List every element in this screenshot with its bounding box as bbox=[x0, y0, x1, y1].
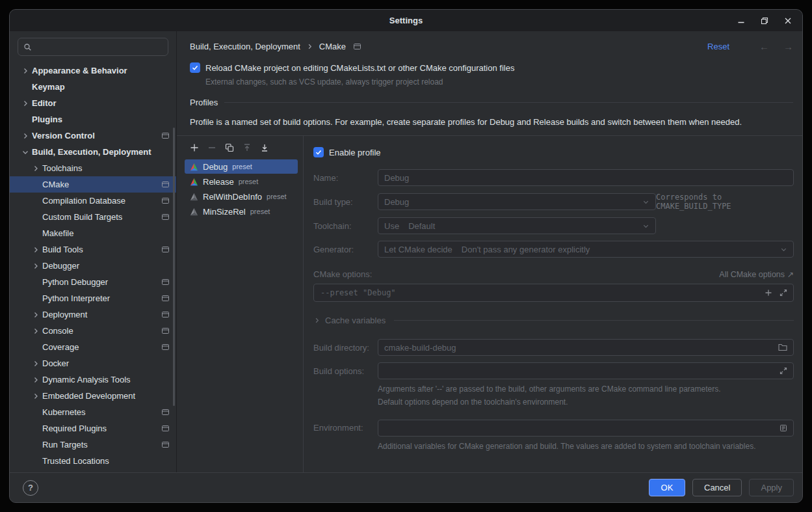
expand-editor-icon[interactable] bbox=[779, 289, 787, 297]
chevron-right-icon[interactable] bbox=[32, 262, 42, 270]
cancel-button[interactable]: Cancel bbox=[692, 479, 742, 496]
sidebar-item-makefile[interactable]: Makefile bbox=[10, 225, 176, 241]
chevron-right-icon[interactable] bbox=[32, 165, 42, 172]
sidebar-item-label: Appearance & Behavior bbox=[32, 66, 127, 75]
build-directory-value: cmake-build-debug bbox=[384, 343, 456, 353]
chevron-down-icon[interactable] bbox=[21, 148, 32, 156]
reload-cmake-checkbox[interactable] bbox=[190, 62, 200, 73]
profile-preset-suffix: preset bbox=[239, 178, 259, 185]
minimize-button[interactable] bbox=[737, 17, 745, 25]
build-options-field[interactable] bbox=[378, 362, 794, 379]
profile-preset-suffix: preset bbox=[267, 193, 287, 200]
chevron-right-icon[interactable] bbox=[21, 67, 32, 75]
name-field[interactable]: Debug bbox=[378, 169, 794, 186]
sidebar-item-console[interactable]: Console bbox=[10, 323, 176, 339]
generator-value: Don't pass any generator explicitly bbox=[462, 245, 590, 254]
sidebar-item-dynamic-analysis-tools[interactable]: Dynamic Analysis Tools bbox=[10, 371, 176, 388]
settings-window: Settings Appearance & BehaviorKeymapEdit… bbox=[9, 9, 803, 503]
cmake-profile-icon bbox=[190, 208, 198, 216]
chevron-right-icon[interactable] bbox=[32, 376, 42, 384]
chevron-right-icon[interactable] bbox=[21, 132, 32, 140]
name-value: Debug bbox=[384, 173, 409, 183]
breadcrumb-cmake[interactable]: CMake bbox=[319, 42, 346, 51]
add-option-icon[interactable] bbox=[765, 289, 772, 297]
build-type-label: Build type: bbox=[313, 197, 378, 207]
sidebar-item-label: Embedded Development bbox=[42, 391, 135, 401]
remove-profile-icon[interactable] bbox=[207, 143, 216, 152]
apply-button[interactable]: Apply bbox=[749, 479, 794, 496]
help-button[interactable]: ? bbox=[23, 480, 38, 496]
breadcrumb-build-execution-deployment[interactable]: Build, Execution, Deployment bbox=[190, 42, 300, 51]
generator-select[interactable]: Let CMake decide Don't pass any generato… bbox=[378, 241, 794, 258]
close-button[interactable] bbox=[784, 17, 792, 25]
window-title: Settings bbox=[389, 16, 423, 25]
settings-search-input[interactable] bbox=[18, 38, 168, 56]
all-cmake-options-link[interactable]: All CMake options ↗ bbox=[719, 269, 794, 279]
sidebar-item-label: Run Targets bbox=[42, 440, 88, 450]
reset-link[interactable]: Reset bbox=[707, 42, 729, 51]
profile-item-minsizerel[interactable]: MinSizeRelpreset bbox=[185, 204, 298, 219]
sidebar-item-trusted-locations[interactable]: Trusted Locations bbox=[10, 453, 176, 469]
sidebar-item-docker[interactable]: Docker bbox=[10, 355, 176, 371]
expand-editor-icon[interactable] bbox=[779, 367, 787, 375]
back-icon[interactable]: ← bbox=[759, 41, 769, 52]
ok-button[interactable]: OK bbox=[649, 479, 685, 496]
chevron-right-icon bbox=[313, 317, 321, 324]
project-settings-icon bbox=[161, 213, 170, 221]
build-directory-field[interactable]: cmake-build-debug bbox=[378, 339, 794, 356]
sidebar-item-appearance-behavior[interactable]: Appearance & Behavior bbox=[10, 62, 176, 79]
sidebar-item-required-plugins[interactable]: Required Plugins bbox=[10, 420, 176, 437]
cache-variables-toggle[interactable]: Cache variables bbox=[313, 316, 794, 325]
toolchain-prefix: Use bbox=[384, 221, 399, 231]
build-type-value: Debug bbox=[384, 197, 409, 207]
sidebar-item-label: Keymap bbox=[32, 82, 65, 92]
enable-profile-checkbox[interactable] bbox=[313, 147, 324, 157]
divider bbox=[224, 102, 793, 103]
chevron-right-icon[interactable] bbox=[32, 311, 42, 319]
move-up-icon[interactable] bbox=[242, 143, 252, 152]
copy-profile-icon[interactable] bbox=[225, 143, 234, 152]
environment-help: Additional variables for CMake generatio… bbox=[378, 440, 768, 453]
sidebar-item-custom-build-targets[interactable]: Custom Build Targets bbox=[10, 209, 176, 225]
forward-icon[interactable]: → bbox=[783, 41, 793, 52]
chevron-right-icon[interactable] bbox=[32, 392, 42, 400]
cmake-options-input[interactable]: --preset "Debug" bbox=[313, 284, 794, 302]
sidebar-item-compilation-database[interactable]: Compilation Database bbox=[10, 193, 176, 209]
sidebar-item-plugins[interactable]: Plugins bbox=[10, 111, 176, 128]
add-profile-icon[interactable] bbox=[190, 143, 199, 152]
environment-variables-icon[interactable] bbox=[779, 424, 787, 432]
sidebar-item-cmake[interactable]: CMake bbox=[10, 176, 176, 193]
sidebar-item-keymap[interactable]: Keymap bbox=[10, 79, 176, 95]
sidebar-item-run-targets[interactable]: Run Targets bbox=[10, 437, 176, 453]
profile-item-release[interactable]: Releasepreset bbox=[185, 174, 298, 189]
sidebar-item-label: Version Control bbox=[32, 131, 95, 141]
chevron-right-icon[interactable] bbox=[21, 100, 32, 107]
sidebar-item-debugger[interactable]: Debugger bbox=[10, 258, 176, 274]
move-down-icon[interactable] bbox=[260, 143, 269, 152]
chevron-right-icon[interactable] bbox=[32, 327, 42, 335]
chevron-right-icon[interactable] bbox=[32, 246, 42, 254]
project-settings-icon bbox=[161, 131, 170, 140]
folder-icon[interactable] bbox=[778, 344, 787, 351]
sidebar-item-embedded-development[interactable]: Embedded Development bbox=[10, 388, 176, 404]
sidebar-item-toolchains[interactable]: Toolchains bbox=[10, 160, 176, 176]
build-type-select[interactable]: Debug bbox=[378, 193, 656, 210]
sidebar-item-python-debugger[interactable]: Python Debugger bbox=[10, 274, 176, 290]
environment-field[interactable] bbox=[378, 420, 794, 437]
sidebar-item-build-execution-deployment[interactable]: Build, Execution, Deployment bbox=[10, 144, 176, 160]
sidebar-item-coverage[interactable]: Coverage bbox=[10, 339, 176, 355]
profile-item-relwithdebinfo[interactable]: RelWithDebInfopreset bbox=[185, 189, 298, 204]
profile-item-debug[interactable]: Debugpreset bbox=[185, 159, 298, 174]
toolchain-select[interactable]: Use Default bbox=[378, 217, 656, 234]
sidebar-scrollbar[interactable] bbox=[173, 128, 175, 406]
sidebar-item-kubernetes[interactable]: Kubernetes bbox=[10, 404, 176, 420]
maximize-button[interactable] bbox=[761, 17, 768, 25]
profile-list-toolbar bbox=[177, 141, 303, 155]
sidebar-item-version-control[interactable]: Version Control bbox=[10, 128, 176, 144]
sidebar-item-deployment[interactable]: Deployment bbox=[10, 306, 176, 323]
chevron-right-icon[interactable] bbox=[32, 360, 42, 368]
sidebar-item-editor[interactable]: Editor bbox=[10, 95, 176, 111]
sidebar-item-python-interpreter[interactable]: Python Interpreter bbox=[10, 290, 176, 306]
sidebar-item-label: Trusted Locations bbox=[42, 456, 109, 466]
sidebar-item-build-tools[interactable]: Build Tools bbox=[10, 241, 176, 258]
